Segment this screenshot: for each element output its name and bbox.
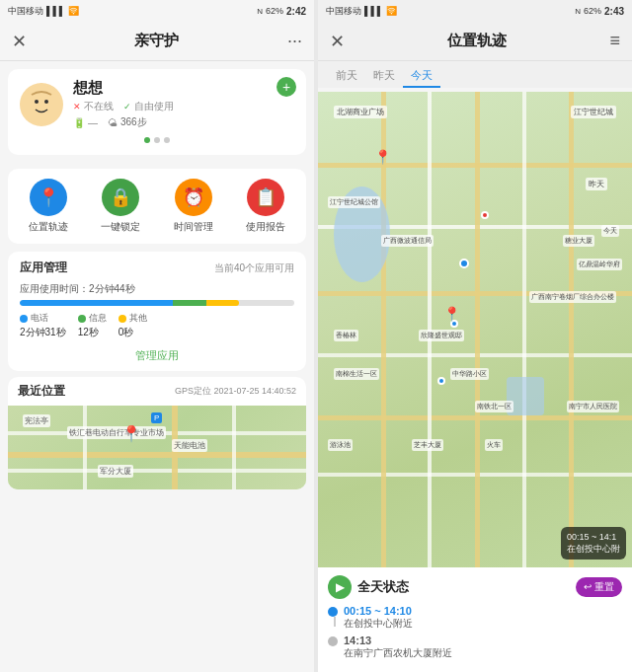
page-title-left: 亲守护 [134,32,179,50]
map-label-yanjunchang: 广西微波通信局 [381,235,434,247]
timeline-title: 全天状态 [357,578,570,596]
track-point-3 [437,377,445,385]
battery-text-right: 62% [584,6,601,16]
message-dot-row: 信息 [78,312,107,325]
left-phone: 中国移动 ▌▌▌ 🛜 N 62% 2:42 ✕ 亲守护 ··· [0,0,314,672]
phone-dot-row: 电话 [20,312,66,325]
tab-day-before[interactable]: 前天 [328,65,365,88]
tab-today[interactable]: 今天 [403,65,440,88]
func-location[interactable]: 📍 位置轨迹 [29,179,68,234]
map-label-xiangtun: 糖业大厦 [563,235,594,247]
profile-status-row: ✕ 不在线 ✓ 自由使用 [73,100,174,113]
status-left: 中国移动 ▌▌▌ 🛜 [8,5,79,18]
timeline-panel: ▶ 全天状态 ↩ 重置 00:15 ~ 14:10 在创投中心附近 14:13 … [318,567,632,672]
map-label-nanningrenmin: 中华路小区 [450,368,489,380]
timeline-dot-2 [328,636,338,646]
signal-text: 中国移动 [8,5,43,18]
battery-value: — [88,117,98,128]
profile-card: 想想 ✕ 不在线 ✓ 自由使用 🔋 — [8,69,306,155]
parking-icon: P [151,412,162,423]
signal-text-right: 中国移动 [326,5,361,18]
map-label-tianneng: 天能电池 [172,439,207,452]
offline-label: 不在线 [84,100,114,113]
func-report[interactable]: 📋 使用报告 [246,179,285,234]
lock-icon: 🔒 [102,179,139,216]
play-button[interactable]: ▶ [328,575,352,599]
usage-phone: 电话 2分钟31秒 [20,312,66,339]
signal-bars-right: ▌▌▌ [364,6,383,16]
profile-row: 想想 ✕ 不在线 ✓ 自由使用 🔋 — [20,79,294,129]
avatar [20,83,63,126]
location-icon: 📍 [30,179,67,216]
map-label-nanmian: 香椿林 [334,330,358,341]
reset-button[interactable]: ↩ 重置 [576,577,622,597]
timeline-place-1: 在创投中心附近 [344,617,413,631]
map-label-zhongyou: 芝丰大厦 [412,439,443,451]
map-label-yiding: 昨天 [586,178,607,190]
func-report-label: 使用报告 [246,220,285,234]
timeline-header: ▶ 全天状态 ↩ 重置 [328,575,622,599]
map-gps: GPS定位 2021-07-25 14:40:52 [175,385,296,398]
usage-label: 应用使用时间：2分钟44秒 [20,282,294,296]
map-label-jun: 军分大厦 [98,465,133,478]
map-marker-1: 📍 [374,149,391,165]
func-lock-label: 一键锁定 [101,220,140,234]
map-label-tiehui: 铁汇巷电动自行车专业市场 [67,426,166,439]
phone-label: 电话 [31,312,48,325]
add-button[interactable]: + [276,77,296,97]
manage-button[interactable]: 管理应用 [135,349,179,361]
time-right: 2:43 [604,6,624,17]
track-point-1 [459,259,469,268]
nav-bar-left: ✕ 亲守护 ··· [0,22,314,61]
map-label-huoche: 游泳池 [328,439,353,451]
steps-value: 366步 [120,115,147,129]
profile-name: 想想 [73,79,174,98]
other-dot-row: 其他 [118,312,147,325]
timeline-content-1: 00:15 ~ 14:10 在创投中心附近 [344,605,413,631]
time-left: 2:42 [286,6,306,17]
tab-yesterday[interactable]: 昨天 [365,65,403,88]
map-label-jiangning2: 今天 [601,225,619,237]
profile-extra-row: 🔋 — 🌤 366步 [73,115,174,129]
map-header: 最近位置 GPS定位 2021-07-25 14:40:52 [8,377,306,406]
full-map[interactable]: 北湖商业广场 江宁世纪城 昨天 今天 亿鼎温岭华府 江宁世纪城公馆 广西微波通信… [318,92,632,567]
phone-dot [20,315,28,323]
map-label-xinlong: 广西南宁卷烟厂综合办公楼 [529,291,616,303]
app-management-card: 应用管理 当前40个应用可用 应用使用时间：2分钟44秒 电话 2分钟31秒 信… [8,252,306,371]
nfc-icon: N [257,7,263,16]
map-label-jiangning: 江宁世纪城 [571,106,616,118]
map-label-zhifeng: 南宁市人民医院 [567,401,619,412]
free-icon: ✓ [123,102,131,112]
manage-link: 管理应用 [20,345,294,363]
phone-time: 2分钟31秒 [20,326,66,339]
report-icon: 📋 [247,179,284,216]
timeline-content-2: 14:13 在南宁广西农机大厦附近 [344,635,452,660]
wifi-icon: 🛜 [68,6,79,16]
menu-button-left[interactable]: ··· [287,31,302,51]
right-phone: 中国移动 ▌▌▌ 🛜 N 62% 2:43 ✕ 位置轨迹 ≡ 前天 昨天 今天 [318,0,632,672]
steps-icon: 🌤 [108,117,118,128]
profile-info: 想想 ✕ 不在线 ✓ 自由使用 🔋 — [73,79,174,129]
func-time[interactable]: ⏰ 时间管理 [174,179,213,234]
timeline-item-1: 00:15 ~ 14:10 在创投中心附近 [328,605,622,631]
map-label-nantie: 南棉生活一区 [334,368,379,380]
tab-row: 前天 昨天 今天 [318,61,632,88]
other-time: 0秒 [118,326,147,339]
timeline-item-2: 14:13 在南宁广西农机大厦附近 [328,635,622,660]
close-button-left[interactable]: ✕ [12,31,27,52]
map-preview[interactable]: 宪法亭 铁汇巷电动自行车专业市场 天能电池 军分大厦 📍 P [8,406,306,489]
signal-bars: ▌▌▌ [46,6,65,16]
back-button-right[interactable]: ✕ [330,31,345,52]
func-lock[interactable]: 🔒 一键锁定 [101,179,140,234]
status-right: N 62% 2:42 [257,6,306,17]
offline-status: ✕ 不在线 [73,100,114,113]
free-status: ✓ 自由使用 [123,100,174,113]
menu-button-right[interactable]: ≡ [609,31,620,51]
page-title-right: 位置轨迹 [345,32,609,50]
battery-status: 🔋 — [73,117,98,128]
dot-row [20,135,294,145]
timeline-time-1: 00:15 ~ 14:10 [344,605,413,617]
other-label: 其他 [129,312,147,325]
map-label-beihu: 北湖商业广场 [334,106,387,118]
wifi-icon-right: 🛜 [386,6,397,16]
